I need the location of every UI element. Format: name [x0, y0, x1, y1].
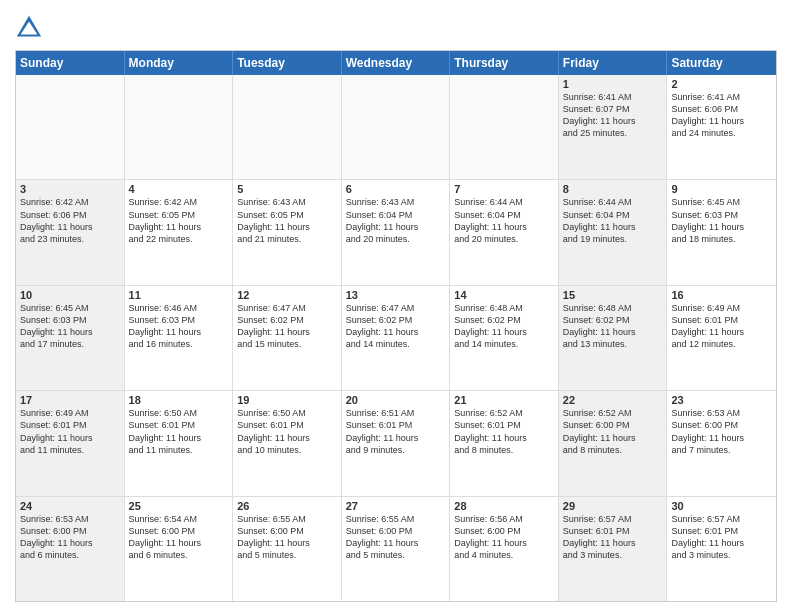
calendar-cell: 25Sunrise: 6:54 AM Sunset: 6:00 PM Dayli…: [125, 497, 234, 601]
day-number: 23: [671, 394, 772, 406]
calendar-cell: 18Sunrise: 6:50 AM Sunset: 6:01 PM Dayli…: [125, 391, 234, 495]
calendar-cell: 5Sunrise: 6:43 AM Sunset: 6:05 PM Daylig…: [233, 180, 342, 284]
calendar-cell: 27Sunrise: 6:55 AM Sunset: 6:00 PM Dayli…: [342, 497, 451, 601]
day-number: 12: [237, 289, 337, 301]
day-info: Sunrise: 6:45 AM Sunset: 6:03 PM Dayligh…: [20, 302, 120, 351]
day-info: Sunrise: 6:46 AM Sunset: 6:03 PM Dayligh…: [129, 302, 229, 351]
calendar-cell: 22Sunrise: 6:52 AM Sunset: 6:00 PM Dayli…: [559, 391, 668, 495]
calendar-cell: 13Sunrise: 6:47 AM Sunset: 6:02 PM Dayli…: [342, 286, 451, 390]
day-number: 30: [671, 500, 772, 512]
day-info: Sunrise: 6:41 AM Sunset: 6:07 PM Dayligh…: [563, 91, 663, 140]
calendar-cell: 16Sunrise: 6:49 AM Sunset: 6:01 PM Dayli…: [667, 286, 776, 390]
day-info: Sunrise: 6:53 AM Sunset: 6:00 PM Dayligh…: [671, 407, 772, 456]
day-info: Sunrise: 6:43 AM Sunset: 6:04 PM Dayligh…: [346, 196, 446, 245]
calendar-row: 3Sunrise: 6:42 AM Sunset: 6:06 PM Daylig…: [16, 180, 776, 285]
day-info: Sunrise: 6:47 AM Sunset: 6:02 PM Dayligh…: [346, 302, 446, 351]
day-info: Sunrise: 6:49 AM Sunset: 6:01 PM Dayligh…: [671, 302, 772, 351]
calendar-cell: 29Sunrise: 6:57 AM Sunset: 6:01 PM Dayli…: [559, 497, 668, 601]
day-info: Sunrise: 6:56 AM Sunset: 6:00 PM Dayligh…: [454, 513, 554, 562]
page: SundayMondayTuesdayWednesdayThursdayFrid…: [0, 0, 792, 612]
day-number: 14: [454, 289, 554, 301]
day-number: 25: [129, 500, 229, 512]
day-number: 22: [563, 394, 663, 406]
calendar-body: 1Sunrise: 6:41 AM Sunset: 6:07 PM Daylig…: [16, 75, 776, 601]
calendar-cell: 30Sunrise: 6:57 AM Sunset: 6:01 PM Dayli…: [667, 497, 776, 601]
day-info: Sunrise: 6:52 AM Sunset: 6:00 PM Dayligh…: [563, 407, 663, 456]
day-info: Sunrise: 6:54 AM Sunset: 6:00 PM Dayligh…: [129, 513, 229, 562]
day-number: 15: [563, 289, 663, 301]
day-info: Sunrise: 6:41 AM Sunset: 6:06 PM Dayligh…: [671, 91, 772, 140]
calendar-cell: [450, 75, 559, 179]
day-info: Sunrise: 6:50 AM Sunset: 6:01 PM Dayligh…: [237, 407, 337, 456]
logo: [15, 14, 45, 42]
day-info: Sunrise: 6:55 AM Sunset: 6:00 PM Dayligh…: [346, 513, 446, 562]
calendar-cell: 9Sunrise: 6:45 AM Sunset: 6:03 PM Daylig…: [667, 180, 776, 284]
calendar-cell: 26Sunrise: 6:55 AM Sunset: 6:00 PM Dayli…: [233, 497, 342, 601]
calendar-cell: 15Sunrise: 6:48 AM Sunset: 6:02 PM Dayli…: [559, 286, 668, 390]
calendar-cell: 10Sunrise: 6:45 AM Sunset: 6:03 PM Dayli…: [16, 286, 125, 390]
calendar-cell: 20Sunrise: 6:51 AM Sunset: 6:01 PM Dayli…: [342, 391, 451, 495]
day-number: 2: [671, 78, 772, 90]
calendar-cell: 3Sunrise: 6:42 AM Sunset: 6:06 PM Daylig…: [16, 180, 125, 284]
day-number: 29: [563, 500, 663, 512]
day-number: 9: [671, 183, 772, 195]
day-number: 21: [454, 394, 554, 406]
day-number: 18: [129, 394, 229, 406]
header: [15, 10, 777, 42]
day-info: Sunrise: 6:45 AM Sunset: 6:03 PM Dayligh…: [671, 196, 772, 245]
day-number: 8: [563, 183, 663, 195]
day-info: Sunrise: 6:57 AM Sunset: 6:01 PM Dayligh…: [671, 513, 772, 562]
header-day: Monday: [125, 51, 234, 75]
calendar-header: SundayMondayTuesdayWednesdayThursdayFrid…: [16, 51, 776, 75]
calendar-cell: 23Sunrise: 6:53 AM Sunset: 6:00 PM Dayli…: [667, 391, 776, 495]
calendar-row: 1Sunrise: 6:41 AM Sunset: 6:07 PM Daylig…: [16, 75, 776, 180]
calendar-cell: 4Sunrise: 6:42 AM Sunset: 6:05 PM Daylig…: [125, 180, 234, 284]
day-number: 3: [20, 183, 120, 195]
calendar-cell: 28Sunrise: 6:56 AM Sunset: 6:00 PM Dayli…: [450, 497, 559, 601]
calendar-cell: [233, 75, 342, 179]
calendar-cell: 6Sunrise: 6:43 AM Sunset: 6:04 PM Daylig…: [342, 180, 451, 284]
day-number: 6: [346, 183, 446, 195]
day-info: Sunrise: 6:53 AM Sunset: 6:00 PM Dayligh…: [20, 513, 120, 562]
calendar-cell: 1Sunrise: 6:41 AM Sunset: 6:07 PM Daylig…: [559, 75, 668, 179]
calendar-cell: 11Sunrise: 6:46 AM Sunset: 6:03 PM Dayli…: [125, 286, 234, 390]
calendar-cell: [16, 75, 125, 179]
day-number: 24: [20, 500, 120, 512]
day-info: Sunrise: 6:49 AM Sunset: 6:01 PM Dayligh…: [20, 407, 120, 456]
day-number: 7: [454, 183, 554, 195]
day-number: 5: [237, 183, 337, 195]
day-number: 17: [20, 394, 120, 406]
calendar-cell: 24Sunrise: 6:53 AM Sunset: 6:00 PM Dayli…: [16, 497, 125, 601]
day-number: 10: [20, 289, 120, 301]
day-number: 27: [346, 500, 446, 512]
header-day: Wednesday: [342, 51, 451, 75]
header-day: Saturday: [667, 51, 776, 75]
day-info: Sunrise: 6:47 AM Sunset: 6:02 PM Dayligh…: [237, 302, 337, 351]
day-info: Sunrise: 6:44 AM Sunset: 6:04 PM Dayligh…: [454, 196, 554, 245]
calendar-cell: [342, 75, 451, 179]
header-day: Friday: [559, 51, 668, 75]
day-info: Sunrise: 6:42 AM Sunset: 6:06 PM Dayligh…: [20, 196, 120, 245]
day-number: 13: [346, 289, 446, 301]
header-day: Thursday: [450, 51, 559, 75]
day-info: Sunrise: 6:50 AM Sunset: 6:01 PM Dayligh…: [129, 407, 229, 456]
day-info: Sunrise: 6:43 AM Sunset: 6:05 PM Dayligh…: [237, 196, 337, 245]
day-info: Sunrise: 6:57 AM Sunset: 6:01 PM Dayligh…: [563, 513, 663, 562]
day-info: Sunrise: 6:48 AM Sunset: 6:02 PM Dayligh…: [563, 302, 663, 351]
calendar-cell: 2Sunrise: 6:41 AM Sunset: 6:06 PM Daylig…: [667, 75, 776, 179]
day-number: 26: [237, 500, 337, 512]
day-info: Sunrise: 6:42 AM Sunset: 6:05 PM Dayligh…: [129, 196, 229, 245]
calendar-cell: 21Sunrise: 6:52 AM Sunset: 6:01 PM Dayli…: [450, 391, 559, 495]
day-info: Sunrise: 6:48 AM Sunset: 6:02 PM Dayligh…: [454, 302, 554, 351]
day-number: 20: [346, 394, 446, 406]
day-info: Sunrise: 6:55 AM Sunset: 6:00 PM Dayligh…: [237, 513, 337, 562]
calendar-cell: 14Sunrise: 6:48 AM Sunset: 6:02 PM Dayli…: [450, 286, 559, 390]
calendar-cell: 12Sunrise: 6:47 AM Sunset: 6:02 PM Dayli…: [233, 286, 342, 390]
day-info: Sunrise: 6:52 AM Sunset: 6:01 PM Dayligh…: [454, 407, 554, 456]
day-number: 1: [563, 78, 663, 90]
calendar-cell: 17Sunrise: 6:49 AM Sunset: 6:01 PM Dayli…: [16, 391, 125, 495]
header-day: Sunday: [16, 51, 125, 75]
calendar-cell: 8Sunrise: 6:44 AM Sunset: 6:04 PM Daylig…: [559, 180, 668, 284]
calendar-cell: 19Sunrise: 6:50 AM Sunset: 6:01 PM Dayli…: [233, 391, 342, 495]
day-number: 19: [237, 394, 337, 406]
